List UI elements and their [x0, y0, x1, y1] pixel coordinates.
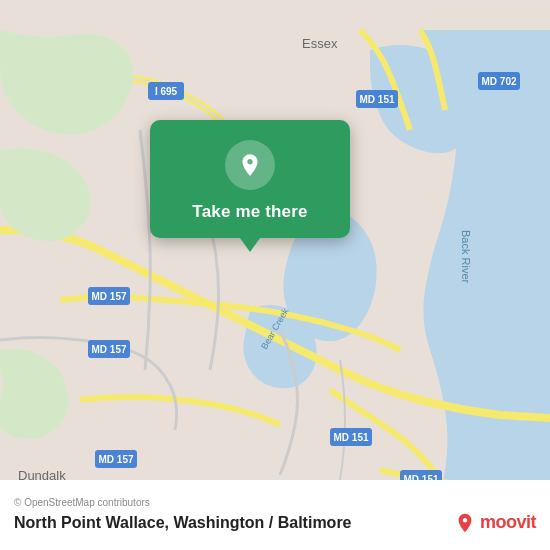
- location-icon-container: [225, 140, 275, 190]
- location-name: North Point Wallace, Washington / Baltim…: [14, 514, 352, 532]
- svg-text:Essex: Essex: [302, 36, 338, 51]
- svg-text:MD 151: MD 151: [333, 432, 368, 443]
- moovit-pin-icon: [454, 512, 476, 534]
- moovit-brand-text: moovit: [480, 512, 536, 533]
- bottom-bar: © OpenStreetMap contributors North Point…: [0, 480, 550, 550]
- svg-text:Back River: Back River: [460, 230, 472, 284]
- svg-text:MD 157: MD 157: [91, 344, 126, 355]
- copyright-text: © OpenStreetMap contributors: [14, 497, 536, 508]
- moovit-logo: moovit: [454, 512, 536, 534]
- svg-text:MD 702: MD 702: [481, 76, 516, 87]
- location-name-row: North Point Wallace, Washington / Baltim…: [14, 512, 536, 534]
- svg-text:I 695: I 695: [155, 86, 178, 97]
- map-container: I 695 MD 151 MD 157 MD 157 MD 157 MD 151…: [0, 0, 550, 550]
- moovit-text-regular: moovit: [480, 512, 536, 532]
- map-background: I 695 MD 151 MD 157 MD 157 MD 157 MD 151…: [0, 0, 550, 550]
- svg-text:MD 157: MD 157: [91, 291, 126, 302]
- svg-text:MD 157: MD 157: [98, 454, 133, 465]
- svg-text:MD 151: MD 151: [359, 94, 394, 105]
- popup-card: Take me there: [150, 120, 350, 238]
- take-me-there-button[interactable]: Take me there: [192, 202, 307, 222]
- location-pin-icon: [237, 152, 263, 178]
